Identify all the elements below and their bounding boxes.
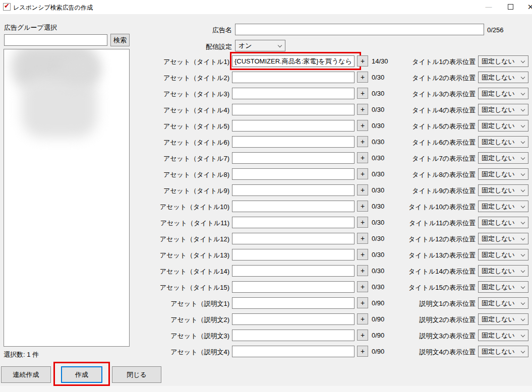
add-asset-button[interactable]: + [357, 281, 368, 292]
display-position-select[interactable]: 固定しない [478, 72, 528, 83]
asset-label: アセット（タイトル14) [136, 267, 229, 276]
ad-group-select-label: 広告グループ選択 [4, 23, 57, 32]
display-position-select[interactable]: 固定しない [478, 297, 528, 309]
asset-row: アセット（タイトル9)+0/30タイトル9の表示位置固定しない [0, 184, 532, 201]
asset-label: アセット（説明文4) [136, 348, 229, 357]
add-asset-button[interactable]: + [357, 88, 368, 99]
asset-input[interactable] [232, 168, 354, 180]
add-asset-button[interactable]: + [357, 184, 368, 195]
asset-label: アセット（タイトル4) [136, 106, 229, 115]
window-bottom-edge [0, 386, 532, 392]
display-position-select[interactable]: 固定しない [478, 152, 528, 164]
asset-input[interactable] [232, 233, 354, 244]
display-position-label: タイトル1の表示位置 [388, 57, 476, 67]
display-position-select[interactable]: 固定しない [478, 120, 528, 132]
display-position-select[interactable]: 固定しない [478, 184, 528, 196]
display-position-select[interactable]: 固定しない [478, 55, 528, 67]
add-asset-button[interactable]: + [357, 168, 368, 179]
asset-input[interactable] [232, 249, 354, 260]
display-position-label: タイトル13の表示位置 [388, 251, 476, 260]
add-asset-button[interactable]: + [357, 297, 368, 308]
add-asset-button[interactable]: + [357, 55, 368, 67]
add-asset-button[interactable]: + [357, 120, 368, 131]
ad-name-input[interactable] [235, 24, 484, 35]
asset-row: アセット（タイトル12)+0/30タイトル12の表示位置固定しない [0, 233, 532, 249]
minimize-button[interactable]: — [481, 0, 496, 14]
search-button[interactable]: 検索 [110, 34, 130, 46]
asset-row: アセット（タイトル3)+0/30タイトル3の表示位置固定しない [0, 88, 532, 104]
responsive-search-ad-dialog: { "window": { "title": "レスポンシブ検索広告の作成", … [0, 0, 532, 392]
ad-name-label: 広告名 [151, 26, 232, 35]
window-title: レスポンシブ検索広告の作成 [13, 4, 93, 12]
display-position-select[interactable]: 固定しない [478, 136, 528, 148]
close-dialog-button[interactable]: 閉じる [112, 366, 161, 383]
asset-row: アセット（タイトル10)+0/30タイトル10の表示位置固定しない [0, 201, 532, 217]
add-asset-button[interactable]: + [357, 265, 368, 276]
asset-input[interactable] [232, 330, 354, 341]
display-position-select[interactable]: 固定しない [478, 330, 528, 341]
add-asset-button[interactable]: + [357, 136, 368, 147]
display-position-select[interactable]: 固定しない [478, 249, 528, 260]
asset-input[interactable] [232, 184, 354, 196]
char-counter: 0/90 [372, 332, 384, 339]
asset-label: アセット（タイトル12) [136, 235, 229, 244]
asset-input[interactable] [232, 72, 354, 83]
display-position-select[interactable]: 固定しない [478, 217, 528, 228]
add-asset-button[interactable]: + [357, 104, 368, 115]
display-position-label: タイトル4の表示位置 [388, 106, 476, 115]
asset-input[interactable] [232, 201, 354, 212]
asset-row: アセット（説明文3)+0/90説明文3の表示位置固定しない [0, 330, 532, 346]
asset-input[interactable] [232, 346, 354, 357]
asset-input[interactable] [232, 55, 354, 67]
asset-row: アセット（タイトル2)+0/30タイトル2の表示位置固定しない [0, 72, 532, 88]
add-asset-button[interactable]: + [357, 346, 368, 357]
display-position-value: 固定しない [482, 154, 515, 162]
display-position-value: 固定しない [482, 251, 515, 258]
display-position-select[interactable]: 固定しない [478, 168, 528, 180]
asset-input[interactable] [232, 104, 354, 115]
add-asset-button[interactable]: + [357, 313, 368, 324]
chevron-down-icon [521, 75, 525, 79]
display-position-value: 固定しない [482, 74, 515, 81]
close-button[interactable]: ✕ [523, 0, 532, 14]
display-position-select[interactable]: 固定しない [478, 201, 528, 212]
display-position-select[interactable]: 固定しない [478, 233, 528, 244]
chevron-down-icon [521, 333, 525, 337]
asset-input[interactable] [232, 120, 354, 132]
add-asset-button[interactable]: + [357, 72, 368, 83]
asset-input[interactable] [232, 297, 354, 309]
maximize-button[interactable] [503, 0, 518, 14]
display-position-select[interactable]: 固定しない [478, 313, 528, 325]
display-position-select[interactable]: 固定しない [478, 104, 528, 115]
char-counter: 0/30 [372, 186, 384, 194]
display-position-label: タイトル6の表示位置 [388, 138, 476, 147]
asset-input[interactable] [232, 88, 354, 99]
display-position-select[interactable]: 固定しない [478, 346, 528, 357]
asset-input[interactable] [232, 217, 354, 228]
delivery-setting-select[interactable]: オン [235, 40, 285, 51]
ad-group-search-input[interactable] [4, 34, 107, 46]
asset-row: アセット（説明文1)+0/90説明文1の表示位置固定しない [0, 297, 532, 313]
display-position-select[interactable]: 固定しない [478, 265, 528, 277]
asset-input[interactable] [232, 152, 354, 164]
asset-label: アセット（タイトル1) [136, 57, 229, 67]
display-position-select[interactable]: 固定しない [478, 281, 528, 293]
add-asset-button[interactable]: + [357, 249, 368, 260]
add-asset-button[interactable]: + [357, 233, 368, 244]
chevron-down-icon [521, 172, 525, 176]
add-asset-button[interactable]: + [357, 201, 368, 212]
display-position-label: タイトル11の表示位置 [388, 219, 476, 228]
continuous-create-button[interactable]: 連続作成 [1, 366, 51, 383]
chevron-down-icon [278, 43, 282, 47]
add-asset-button[interactable]: + [357, 152, 368, 163]
asset-input[interactable] [232, 313, 354, 325]
create-button[interactable]: 作成 [61, 366, 102, 383]
display-position-select[interactable]: 固定しない [478, 88, 528, 99]
add-asset-button[interactable]: + [357, 217, 368, 228]
add-asset-button[interactable]: + [357, 330, 368, 341]
asset-input[interactable] [232, 281, 354, 293]
asset-input[interactable] [232, 265, 354, 277]
chevron-down-icon [521, 269, 525, 273]
asset-input[interactable] [232, 136, 354, 148]
asset-label: アセット（タイトル15) [136, 283, 229, 292]
